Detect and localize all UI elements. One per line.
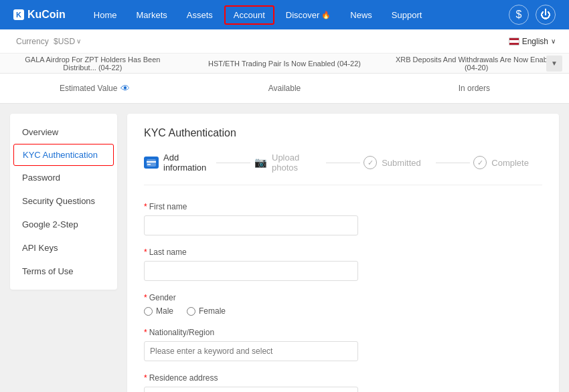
required-star-5: * [144, 373, 147, 383]
language-arrow: ∨ [551, 37, 556, 45]
stats-estimated-value: Estimated Value 👁 [0, 83, 189, 94]
step-3-circle: ✓ [363, 156, 377, 169]
fire-icon: 🔥 [321, 11, 331, 19]
currency-arrow: ∨ [76, 37, 81, 45]
logo[interactable]: K KuCoin [13, 9, 66, 21]
first-name-label: * First name [144, 202, 542, 211]
dollar-icon[interactable]: $ [509, 5, 529, 25]
nationality-group: * Nationality/Region [144, 328, 542, 361]
currency-selector[interactable]: Currency $USD ∨ [13, 37, 81, 46]
svg-rect-1 [147, 161, 156, 163]
gender-male-label[interactable]: Male [144, 306, 173, 316]
nav-account[interactable]: Account [224, 5, 274, 25]
language-label: English [522, 37, 548, 46]
currency-label: Currency [16, 37, 49, 46]
stats-label-available: Available [268, 84, 301, 93]
last-name-label: * Last name [144, 248, 542, 257]
sidebar-item-terms[interactable]: Terms of Use [10, 260, 117, 283]
main-nav: Home Markets Assets Account Discover 🔥 N… [86, 5, 509, 25]
gender-group: * Gender Male Female [144, 293, 542, 316]
sidebar-item-api-keys[interactable]: API Keys [10, 236, 117, 260]
last-name-group: * Last name [144, 248, 542, 281]
kyc-step-3: ✓ Submitted [363, 156, 432, 169]
power-icon[interactable]: ⏻ [536, 5, 556, 25]
required-star-1: * [144, 202, 147, 211]
required-star-3: * [144, 293, 147, 302]
step-2-icon: 📷 [254, 155, 267, 170]
first-name-input[interactable] [144, 215, 358, 235]
step-4-label: Complete [491, 158, 529, 168]
ticker-dropdown[interactable]: ▼ [546, 56, 562, 72]
nav-assets[interactable]: Assets [179, 7, 221, 23]
step-4-circle: ✓ [473, 156, 487, 169]
gender-female-label[interactable]: Female [187, 306, 226, 316]
stats-in-orders: In orders [380, 84, 569, 93]
header: K KuCoin Home Markets Assets Account Dis… [0, 0, 569, 29]
kyc-step-1: Add information [144, 153, 213, 173]
nationality-input[interactable] [144, 341, 358, 361]
ticker-item-2: HST/ETH Trading Pair Is Now Enabled (04-… [202, 60, 368, 68]
currency-value: $USD [54, 37, 75, 46]
kyc-step-2: 📷 Upload photos [254, 153, 323, 173]
gender-label: * Gender [144, 293, 542, 302]
nationality-label: * Nationality/Region [144, 328, 542, 337]
nav-markets[interactable]: Markets [129, 7, 175, 23]
stats-label-in-orders: In orders [459, 84, 490, 93]
card-icon [144, 157, 159, 169]
step-divider-3 [436, 163, 470, 163]
stats-bar: Estimated Value 👁 Available In orders [0, 74, 569, 104]
main-layout: Overview KYC Authentication Password Sec… [0, 104, 569, 392]
svg-rect-2 [147, 164, 151, 165]
kyc-content: KYC Authentication Add information [127, 114, 559, 392]
step-divider-1 [216, 163, 250, 163]
sidebar-item-password[interactable]: Password [10, 166, 117, 189]
logo-box: K [13, 9, 24, 20]
residence-group: * Residence address [144, 373, 542, 392]
last-name-input[interactable] [144, 261, 358, 281]
gender-female-text: Female [199, 306, 226, 316]
step-2-label: Upload photos [272, 153, 323, 173]
residence-label: * Residence address [144, 373, 542, 383]
step-divider-2 [326, 163, 360, 163]
kyc-form: * First name * Last name * Gender [144, 202, 542, 392]
ticker-bar: GALA Airdrop For ZPT Holders Has Been Di… [0, 54, 569, 74]
required-star-2: * [144, 248, 147, 257]
residence-input[interactable] [144, 387, 358, 392]
kyc-step-4: ✓ Complete [473, 156, 542, 169]
first-name-group: * First name [144, 202, 542, 235]
camera-icon: 📷 [254, 157, 267, 169]
gender-male-radio[interactable] [144, 307, 153, 316]
svg-rect-0 [147, 159, 156, 167]
ticker-item-3: XRB Deposits And Withdrawals Are Now Ena… [394, 56, 559, 72]
gender-options: Male Female [144, 306, 542, 316]
stats-label-estimated: Estimated Value [60, 84, 118, 93]
required-star-4: * [144, 328, 147, 337]
page-title: KYC Authentication [144, 127, 542, 139]
nav-support[interactable]: Support [384, 7, 430, 23]
stats-available: Available [189, 84, 379, 93]
nav-home[interactable]: Home [86, 7, 125, 23]
sub-header: Currency $USD ∨ English ∨ [0, 29, 569, 54]
nav-discover[interactable]: Discover 🔥 [278, 7, 339, 23]
sidebar-item-security-questions[interactable]: Security Questions [10, 189, 117, 213]
header-right: $ ⏻ [509, 5, 556, 25]
sidebar-item-overview[interactable]: Overview [10, 120, 117, 144]
kyc-steps: Add information 📷 Upload photos ✓ Submit… [144, 153, 542, 185]
flag-icon [509, 37, 519, 45]
step-1-icon [144, 155, 159, 170]
logo-text: KuCoin [27, 9, 66, 21]
gender-female-radio[interactable] [187, 307, 195, 316]
sidebar-item-google-2step[interactable]: Google 2-Step [10, 213, 117, 236]
eye-icon[interactable]: 👁 [120, 83, 130, 94]
sidebar: Overview KYC Authentication Password Sec… [10, 114, 117, 290]
gender-male-text: Male [156, 306, 173, 316]
language-selector[interactable]: English ∨ [509, 37, 556, 46]
step-3-label: Submitted [382, 158, 421, 168]
nav-news[interactable]: News [342, 7, 380, 23]
ticker-item-1: GALA Airdrop For ZPT Holders Has Been Di… [10, 56, 175, 72]
sidebar-item-kyc[interactable]: KYC Authentication [13, 144, 114, 166]
step-1-label: Add information [163, 153, 213, 173]
